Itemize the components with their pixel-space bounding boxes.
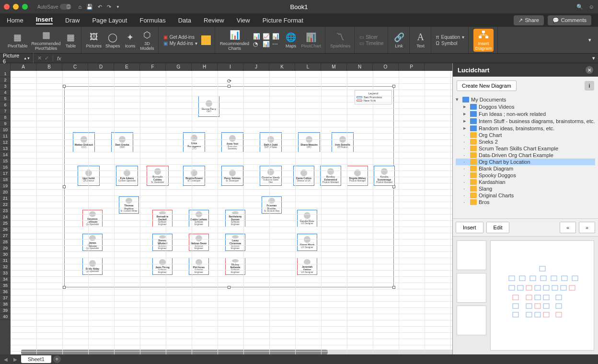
row-header[interactable]: 9 (0, 121, 11, 127)
maximize-window-button[interactable] (22, 4, 28, 10)
tree-item[interactable]: ·Sneks 2 (456, 138, 595, 145)
slicer-button[interactable]: ▭Slicer (359, 34, 383, 40)
row-header[interactable]: 6 (0, 102, 11, 108)
row-header[interactable]: 26 (0, 227, 11, 233)
row-header[interactable]: 12 (0, 139, 11, 146)
column-header[interactable]: B (36, 63, 62, 71)
row-header[interactable]: 19 (0, 183, 11, 189)
tab-page-layout[interactable]: Page Layout (92, 17, 127, 24)
chart-type-icon[interactable]: 📊 (272, 33, 281, 40)
column-header[interactable]: I (218, 63, 243, 71)
chart-type-icon[interactable]: ⋯ (272, 41, 281, 47)
row-header[interactable]: 15 (0, 158, 11, 164)
column-header[interactable]: P (399, 63, 425, 71)
row-header[interactable]: 38 (0, 301, 11, 307)
row-header[interactable]: 13 (0, 146, 11, 152)
search-icon[interactable]: 🔍 (576, 4, 583, 10)
row-header[interactable]: 39 (0, 307, 11, 314)
prev-page-button[interactable]: « (560, 222, 576, 233)
shapes-button[interactable]: ◯Shapes (105, 32, 120, 48)
row-header[interactable]: 27 (0, 233, 11, 239)
recommended-pivottables-button[interactable]: ▦Recommended PivotTables (32, 30, 61, 51)
tab-insert[interactable]: Insert (36, 16, 53, 24)
chart-type-icon[interactable]: 📊 (263, 41, 271, 47)
minimize-window-button[interactable] (13, 4, 19, 10)
row-header[interactable]: 4 (0, 90, 11, 96)
row-header[interactable]: 20 (0, 189, 11, 195)
select-all-corner[interactable] (0, 63, 11, 71)
tree-item[interactable]: ·Blank Diagram (456, 165, 595, 172)
next-page-button[interactable]: » (579, 222, 595, 233)
equation-button[interactable]: πEquation ▾ (436, 34, 464, 40)
tree-item[interactable]: ·Data-Driven Org Chart Example (456, 152, 595, 159)
column-header[interactable]: D (88, 63, 114, 71)
sheet-nav-next[interactable]: ▶ (12, 357, 19, 362)
tree-item[interactable]: ·Kardashian (456, 179, 595, 185)
row-header[interactable]: 29 (0, 245, 11, 251)
tree-item[interactable]: ·Org Chart by Location (456, 159, 595, 165)
row-header[interactable]: 34 (0, 276, 11, 283)
tab-formulas[interactable]: Formulas (139, 17, 165, 24)
resize-handle[interactable] (63, 85, 66, 88)
tree-item[interactable]: ▸Doggos Videos (456, 103, 595, 110)
row-header[interactable]: 16 (0, 164, 11, 171)
resize-handle[interactable] (228, 85, 230, 88)
tree-folder-root[interactable]: ▾My Documents (456, 96, 595, 103)
resize-handle[interactable] (63, 185, 66, 188)
row-header[interactable]: 17 (0, 171, 11, 177)
column-header[interactable]: H (192, 63, 218, 71)
undo-icon[interactable]: ↶ (98, 4, 102, 10)
autosave-toggle[interactable]: AutoSave OFF (37, 4, 71, 10)
resize-handle[interactable] (392, 85, 395, 88)
bing-addin-button[interactable] (201, 35, 211, 45)
comments-button[interactable]: 💬Comments (548, 15, 591, 25)
column-header[interactable]: O (373, 63, 399, 71)
get-addins-button[interactable]: ▣Get Add-ins (163, 34, 197, 40)
column-header[interactable]: N (347, 63, 373, 71)
3d-models-button[interactable]: ⬡3D Models (140, 30, 154, 51)
my-addins-button[interactable]: ▣My Add-ins ▾ (163, 41, 197, 46)
row-header[interactable]: 28 (0, 239, 11, 245)
tab-draw[interactable]: Draw (65, 17, 80, 24)
tree-item[interactable]: ·Scrum Team Skills Chart Example (456, 145, 595, 152)
tab-view[interactable]: View (237, 17, 250, 24)
tree-item[interactable]: ▸Fun Ideas ; non-work related (456, 110, 595, 117)
row-header[interactable]: 37 (0, 295, 11, 301)
tab-picture-format[interactable]: Picture Format (263, 17, 303, 24)
row-header[interactable]: 30 (0, 251, 11, 258)
chart-type-icon[interactable]: ◔ (253, 41, 262, 47)
pivotchart-button[interactable]: 📊PivotChart (301, 32, 321, 48)
row-header[interactable]: 7 (0, 108, 11, 114)
tab-review[interactable]: Review (204, 17, 224, 24)
share-button[interactable]: ↗Share (514, 15, 543, 25)
column-header[interactable]: A (11, 63, 36, 71)
icons-button[interactable]: ✦Icons (124, 32, 137, 48)
symbol-button[interactable]: ΩSymbol (436, 41, 464, 46)
tab-home[interactable]: Home (7, 17, 23, 24)
row-header[interactable]: 33 (0, 270, 11, 276)
collapse-ribbon-icon[interactable]: ▾ (588, 37, 594, 43)
insert-diagram-button[interactable]: Insert Diagram (473, 29, 494, 52)
cells-area[interactable]: ⟳ Legend San Francisco New York Norma Pe… (11, 71, 452, 354)
row-header[interactable]: 14 (0, 152, 11, 158)
preview-thumbnail[interactable] (457, 306, 486, 335)
name-box[interactable]: Picture 6▲▼ (0, 53, 34, 64)
create-new-diagram-button[interactable]: Create New Diagram (457, 80, 517, 91)
preview-main[interactable] (490, 240, 594, 351)
row-header[interactable]: 3 (0, 83, 11, 90)
preview-thumbnail[interactable] (457, 240, 486, 270)
text-button[interactable]: AText (414, 32, 427, 48)
tree-item[interactable]: ·Bros (456, 199, 595, 205)
row-header[interactable]: 8 (0, 114, 11, 121)
cancel-formula-icon[interactable]: ✕ (37, 55, 42, 61)
row-header[interactable]: 5 (0, 96, 11, 102)
row-header[interactable]: 22 (0, 202, 11, 208)
maps-button[interactable]: 🌐Maps (285, 32, 297, 48)
account-icon[interactable]: ☺ (589, 4, 594, 10)
row-header[interactable]: 10 (0, 127, 11, 133)
row-header[interactable]: 1 (0, 71, 11, 77)
chart-type-icon[interactable]: 📊 (253, 33, 262, 40)
edit-button[interactable]: Edit (486, 222, 510, 233)
tab-data[interactable]: Data (178, 17, 191, 24)
row-header[interactable]: 36 (0, 289, 11, 295)
